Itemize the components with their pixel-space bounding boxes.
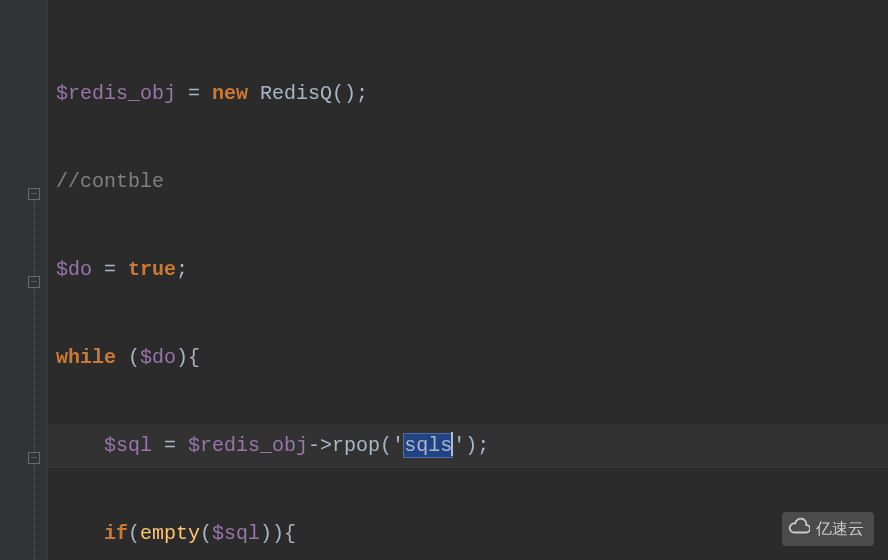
code-editor[interactable]: $redis_obj = new RedisQ(); //contble $do… [56,28,888,560]
code-line: if(empty($sql)){ [56,512,888,556]
fold-toggle[interactable]: − [28,188,40,200]
variable: $redis_obj [56,82,176,105]
variable: $sql [104,434,152,457]
cloud-icon [788,516,810,538]
keyword-new: new [212,82,248,105]
fold-toggle[interactable]: − [28,276,40,288]
keyword-if: if [104,522,128,545]
watermark-text: 亿速云 [816,520,864,537]
code-line: $do = true; [56,248,888,292]
text-cursor [451,432,453,456]
editor-gutter: −−− [0,0,48,560]
variable: $sql [212,522,260,545]
code-line: while ($do){ [56,336,888,380]
boolean: true [128,258,176,281]
code-line: $redis_obj = new RedisQ(); [56,72,888,116]
variable: $do [56,258,92,281]
variable: $do [140,346,176,369]
code-line: //contble [56,160,888,204]
watermark-badge: 亿速云 [782,512,874,546]
text-selection[interactable]: sqls [404,434,452,457]
comment: //contble [56,170,164,193]
code-line-active: $sql = $redis_obj->rpop('sqls'); [48,424,888,468]
fold-guide [34,464,35,548]
keyword-while: while [56,346,116,369]
function-empty: empty [140,522,200,545]
fold-toggle[interactable]: − [28,452,40,464]
variable: $redis_obj [188,434,308,457]
fold-guide [34,288,35,372]
